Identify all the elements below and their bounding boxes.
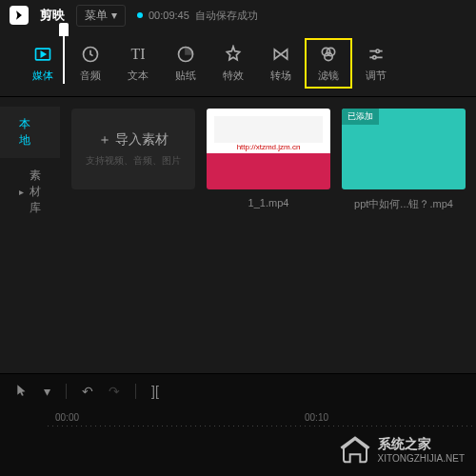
sidebar-item-local[interactable]: 本地 xyxy=(0,107,60,158)
main-toolbar: 媒体 音频 TI 文本 贴纸 特效 转场 滤镜 调节 xyxy=(0,30,476,97)
tool-text[interactable]: TI 文本 xyxy=(114,38,162,89)
ruler-tick: 00:00 xyxy=(55,412,79,423)
menu-button[interactable]: 菜单 ▾ xyxy=(76,5,126,27)
svg-point-5 xyxy=(325,52,332,60)
app-logo xyxy=(10,6,29,25)
media-thumbnail: http://xtzmd.jzm.cn xyxy=(207,109,330,189)
text-icon: TI xyxy=(128,44,149,65)
media-filename: 1_1.mp4 xyxy=(207,197,330,208)
media-thumbnail: 已添加 xyxy=(342,109,466,189)
status-dot-icon xyxy=(137,12,143,18)
timeline-ruler[interactable]: 00:00 00:10 xyxy=(0,408,476,431)
playhead[interactable] xyxy=(59,23,69,80)
undo-button[interactable]: ↶ xyxy=(82,384,93,399)
added-badge: 已添加 xyxy=(342,109,379,125)
audio-icon xyxy=(80,44,101,65)
media-icon xyxy=(32,44,53,65)
tool-transition[interactable]: 转场 xyxy=(257,38,305,89)
chevron-right-icon: ▸ xyxy=(19,187,24,197)
watermark: 系统之家 XITONGZHIJIA.NET xyxy=(340,434,466,465)
filter-icon xyxy=(318,44,339,65)
plus-icon: ＋ 导入素材 xyxy=(98,131,169,149)
tool-adjust[interactable]: 调节 xyxy=(352,38,400,89)
media-item[interactable]: http://xtzmd.jzm.cn 1_1.mp4 xyxy=(207,109,330,362)
save-status: 00:09:45 自动保存成功 xyxy=(137,9,258,23)
app-name: 剪映 xyxy=(40,7,65,24)
redo-button[interactable]: ↷ xyxy=(109,384,120,399)
media-item[interactable]: 已添加 ppt中如何...钮？.mp4 xyxy=(342,109,466,362)
tool-effect[interactable]: 特效 xyxy=(209,38,257,89)
transition-icon xyxy=(270,44,291,65)
import-media-button[interactable]: ＋ 导入素材 支持视频、音频、图片 xyxy=(71,109,195,189)
pointer-tool[interactable] xyxy=(15,384,29,400)
sidebar: 本地 ▸ 素材库 xyxy=(0,97,60,373)
tool-sticker[interactable]: 贴纸 xyxy=(162,38,209,89)
ruler-tick: 00:10 xyxy=(305,412,328,423)
media-filename: ppt中如何...钮？.mp4 xyxy=(342,197,466,211)
adjust-icon xyxy=(366,44,387,65)
tool-filter[interactable]: 滤镜 xyxy=(305,38,352,89)
chevron-down-icon[interactable]: ▾ xyxy=(44,384,50,399)
effect-icon xyxy=(223,44,244,65)
sticker-icon xyxy=(175,44,196,65)
tool-audio[interactable]: 音频 xyxy=(67,38,114,89)
split-tool[interactable]: ]​[ xyxy=(151,384,159,399)
sidebar-item-library[interactable]: ▸ 素材库 xyxy=(0,158,60,226)
chevron-down-icon: ▾ xyxy=(111,9,117,22)
svg-point-7 xyxy=(373,56,376,59)
svg-point-6 xyxy=(376,50,379,52)
house-icon xyxy=(340,434,370,465)
